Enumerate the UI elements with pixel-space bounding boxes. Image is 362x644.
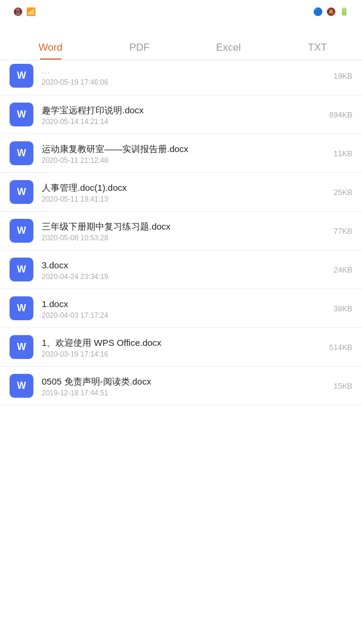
file-name: … [42, 65, 321, 77]
status-right: 🔵 🔕 🔋 [313, 7, 352, 16]
file-date: 2020-05-14 14:21:14 [42, 117, 317, 126]
file-icon-word: W [10, 374, 33, 398]
file-size: 894KB [329, 110, 352, 119]
file-size: 15KB [333, 382, 352, 391]
file-name: 三年级下册期中复习练习题.docx [42, 220, 321, 233]
file-size: 19KB [333, 72, 352, 80]
file-info: 趣学宝远程打印说明.docx 2020-05-14 14:21:14 [42, 104, 317, 126]
tab-pdf[interactable]: PDF [95, 36, 184, 60]
file-name: 1、欢迎使用 WPS Office.docx [42, 336, 317, 349]
file-size: 11KB [333, 149, 352, 158]
file-icon-word: W [10, 258, 33, 281]
file-name: 人事管理.doc(1).docx [42, 181, 321, 194]
status-bar: 📵 📶 🔵 🔕 🔋 [0, 0, 362, 21]
file-date: 2020-05-11 19:41:13 [42, 195, 321, 203]
file-info: 运动康复教研室——实训报告册.docx 2020-05-11 21:12:48 [42, 143, 321, 165]
file-item[interactable]: W 0505 免责声明-阅读类.docx 2019-12-18 17:44:51… [0, 367, 362, 405]
file-date: 2020-04-24 23:34:19 [42, 273, 321, 281]
file-item[interactable]: W 趣学宝远程打印说明.docx 2020-05-14 14:21:14 894… [0, 95, 362, 134]
bell-icon: 🔕 [326, 7, 336, 16]
bluetooth-icon: 🔵 [313, 7, 323, 16]
file-icon-word: W [10, 219, 33, 243]
tab-txt[interactable]: TXT [273, 36, 362, 60]
file-info: 1.docx 2020-04-03 17:17:24 [42, 298, 321, 320]
file-date: 2020-03-19 17:14:16 [42, 350, 317, 358]
status-left: 📵 📶 [10, 7, 36, 16]
file-date: 2019-12-18 17:44:51 [42, 389, 321, 397]
file-info: … 2020-05-19 17:46:06 [42, 65, 321, 86]
file-info: 1、欢迎使用 WPS Office.docx 2020-03-19 17:14:… [42, 336, 317, 358]
file-date: 2020-04-03 17:17:24 [42, 311, 321, 320]
file-item[interactable]: W … 2020-05-19 17:46:06 19KB [0, 60, 362, 95]
file-item[interactable]: W 1、欢迎使用 WPS Office.docx 2020-03-19 17:1… [0, 328, 362, 367]
file-date: 2020-05-11 21:12:48 [42, 156, 321, 165]
file-icon-word: W [10, 296, 33, 320]
file-info: 人事管理.doc(1).docx 2020-05-11 19:41:13 [42, 181, 321, 203]
file-item[interactable]: W 1.docx 2020-04-03 17:17:24 38KB [0, 289, 362, 328]
file-size: 38KB [333, 304, 352, 313]
file-item[interactable]: W 人事管理.doc(1).docx 2020-05-11 19:41:13 2… [0, 173, 362, 212]
file-icon-word: W [10, 335, 33, 359]
wifi-icon: 📶 [26, 7, 36, 16]
file-name: 0505 免责声明-阅读类.docx [42, 375, 321, 388]
file-icon-word: W [10, 103, 33, 126]
back-button[interactable] [7, 27, 12, 30]
sim-icon: 📵 [13, 7, 23, 16]
file-size: 24KB [333, 265, 352, 274]
file-size: 25KB [333, 188, 352, 197]
header [0, 21, 362, 36]
file-name: 3.docx [42, 259, 321, 271]
file-name: 趣学宝远程打印说明.docx [42, 104, 317, 116]
tab-word[interactable]: Word [6, 36, 95, 60]
file-icon-word: W [10, 141, 33, 165]
tab-bar: Word PDF Excel TXT [0, 36, 362, 60]
file-item[interactable]: W 3.docx 2020-04-24 23:34:19 24KB [0, 250, 362, 289]
file-size: 514KB [329, 343, 352, 352]
battery-icon: 🔋 [339, 7, 349, 16]
file-item[interactable]: W 三年级下册期中复习练习题.docx 2020-05-08 10:53:28 … [0, 212, 362, 250]
file-name: 1.docx [42, 298, 321, 310]
file-date: 2020-05-08 10:53:28 [42, 234, 321, 242]
file-icon-word: W [10, 180, 33, 204]
file-icon-word: W [10, 64, 33, 88]
file-info: 三年级下册期中复习练习题.docx 2020-05-08 10:53:28 [42, 220, 321, 242]
file-info: 0505 免责声明-阅读类.docx 2019-12-18 17:44:51 [42, 375, 321, 397]
file-item[interactable]: W 运动康复教研室——实训报告册.docx 2020-05-11 21:12:4… [0, 134, 362, 173]
file-date: 2020-05-19 17:46:06 [42, 78, 321, 86]
file-name: 运动康复教研室——实训报告册.docx [42, 143, 321, 155]
tab-excel[interactable]: Excel [184, 36, 273, 60]
file-list: W … 2020-05-19 17:46:06 19KB W 趣学宝远程打印说明… [0, 60, 362, 405]
file-info: 3.docx 2020-04-24 23:34:19 [42, 259, 321, 281]
file-size: 77KB [333, 227, 352, 236]
